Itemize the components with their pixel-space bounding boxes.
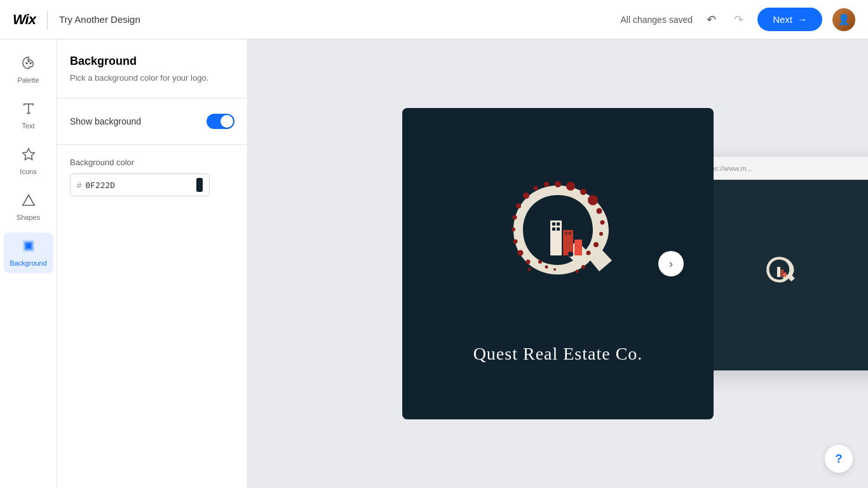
svg-point-19 [516, 203, 521, 208]
svg-rect-27 [557, 222, 560, 226]
svg-point-9 [580, 189, 587, 195]
toggle-thumb [220, 115, 233, 128]
svg-point-12 [600, 220, 605, 225]
header-right: All changes saved ↶ ↷ Next → 👤 [621, 8, 855, 31]
svg-rect-29 [557, 227, 560, 231]
background-icon [22, 239, 36, 257]
redo-icon: ↷ [734, 13, 743, 27]
text-icon [22, 102, 36, 119]
svg-point-37 [553, 268, 556, 271]
panel-title: Background [70, 55, 234, 68]
svg-rect-41 [777, 267, 780, 277]
panel-subtitle: Pick a background color for your logo. [70, 73, 234, 83]
svg-point-34 [568, 252, 573, 257]
svg-rect-43 [784, 273, 786, 277]
svg-point-36 [545, 266, 548, 269]
text-label: Text [22, 122, 34, 130]
svg-point-1 [28, 60, 29, 62]
q-logo-svg [475, 163, 641, 329]
svg-rect-6 [26, 243, 31, 248]
wix-logo: Wix [13, 11, 36, 28]
chevron-right-button[interactable]: › [658, 251, 684, 276]
main-layout: Palette Text Icons Shap [0, 39, 868, 488]
color-hex-input[interactable] [85, 180, 193, 190]
svg-point-23 [518, 250, 524, 256]
left-sidebar: Palette Text Icons Shap [0, 39, 57, 488]
svg-point-2 [30, 63, 31, 64]
show-background-label: Show background [70, 116, 141, 126]
svg-point-11 [597, 208, 602, 214]
next-button[interactable]: Next → [757, 8, 822, 31]
sidebar-item-shapes[interactable]: Shapes [4, 187, 53, 227]
svg-point-16 [544, 182, 549, 187]
shapes-icon [22, 193, 36, 211]
svg-point-17 [534, 186, 538, 191]
browser-logo-mini [754, 243, 817, 307]
svg-point-18 [523, 193, 529, 199]
sidebar-item-palette[interactable]: Palette [4, 50, 53, 90]
bg-color-label: Background color [70, 158, 234, 167]
header-divider [47, 10, 48, 29]
next-label: Next [773, 14, 792, 25]
show-background-row: Show background [70, 114, 234, 129]
palette-label: Palette [17, 76, 39, 84]
panel-divider-2 [57, 144, 247, 145]
svg-point-15 [587, 251, 591, 255]
svg-rect-26 [552, 222, 555, 226]
color-swatch[interactable] [196, 178, 203, 192]
svg-point-21 [512, 227, 515, 231]
svg-point-13 [599, 232, 603, 236]
show-background-toggle[interactable] [207, 114, 234, 129]
help-icon: ? [836, 452, 843, 466]
background-label: Background [10, 259, 47, 267]
svg-point-44 [782, 276, 783, 277]
shapes-label: Shapes [17, 214, 40, 221]
svg-point-7 [555, 181, 561, 187]
svg-point-39 [581, 265, 585, 269]
svg-point-24 [526, 260, 531, 264]
svg-rect-42 [781, 269, 784, 277]
undo-icon: ↶ [707, 13, 716, 27]
svg-rect-32 [569, 232, 571, 234]
background-panel: Background Pick a background color for y… [57, 39, 248, 488]
palette-icon [22, 56, 36, 74]
header: Wix Try Another Design All changes saved… [0, 0, 868, 39]
redo-button[interactable]: ↷ [730, 9, 747, 30]
svg-point-22 [513, 240, 518, 244]
svg-point-10 [588, 195, 598, 205]
color-input-row[interactable]: # [70, 173, 210, 196]
hash-sign: # [77, 180, 81, 190]
avatar-image: 👤 [837, 13, 850, 25]
svg-point-38 [528, 268, 531, 271]
svg-marker-3 [22, 149, 34, 159]
help-button[interactable]: ? [825, 445, 853, 473]
canvas-area: Quest Real Estate Co. https://www.m... [248, 39, 868, 488]
all-changes-saved-text: All changes saved [621, 15, 693, 25]
svg-point-40 [576, 270, 579, 273]
undo-button[interactable]: ↶ [703, 9, 720, 30]
sidebar-item-text[interactable]: Text [4, 95, 53, 136]
chevron-right-icon: › [669, 257, 673, 271]
svg-point-35 [538, 260, 542, 264]
company-name: Quest Real Estate Co. [473, 344, 643, 364]
svg-point-0 [25, 63, 27, 64]
svg-rect-30 [563, 230, 573, 255]
svg-point-20 [513, 215, 517, 220]
svg-point-14 [593, 242, 599, 247]
svg-rect-28 [552, 227, 555, 231]
icons-label: Icons [20, 168, 36, 175]
svg-point-8 [566, 182, 575, 191]
sidebar-item-background[interactable]: Background [4, 233, 53, 273]
header-title: Try Another Design [59, 14, 140, 25]
svg-rect-31 [565, 232, 567, 234]
panel-divider-1 [57, 98, 247, 98]
next-arrow-icon: → [797, 14, 807, 25]
wix-logo-text: Wix [13, 11, 36, 28]
svg-rect-33 [574, 240, 582, 255]
sidebar-item-icons[interactable]: Icons [4, 141, 53, 182]
icons-icon [22, 147, 36, 165]
svg-rect-25 [550, 220, 562, 255]
avatar[interactable]: 👤 [832, 8, 855, 31]
